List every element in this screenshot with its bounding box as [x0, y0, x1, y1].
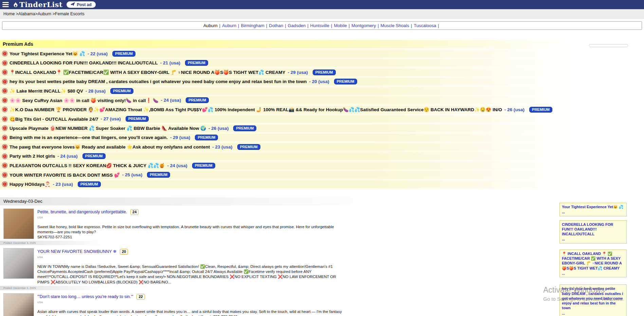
up-arrow-icon	[2, 182, 7, 186]
brand-logo[interactable]: TinderList	[13, 0, 62, 9]
city-current: Auburn	[203, 23, 218, 28]
premium-ad-row[interactable]: Upscale Playmate 👙NEW NUMBER 💦 Super Soa…	[0, 124, 644, 132]
listing-title-link[interactable]: "'Don't stare too long… unless you're re…	[37, 294, 133, 299]
listing-thumbnail[interactable]	[3, 248, 34, 279]
premium-ad-row[interactable]: Party with 2 Hot girls - 24 (usa) PREMIU…	[0, 152, 644, 160]
premium-ad-age: - 29 (usa)	[170, 135, 190, 140]
city-separator: |	[219, 23, 220, 28]
city-link[interactable]: Auburn	[222, 23, 236, 28]
city-link[interactable]: Tuscaloosa	[414, 23, 436, 28]
city-link[interactable]: Dothan	[269, 23, 283, 28]
premium-ad-row[interactable]: 🌸🌸 Sexy CuRvy Asian 🌸🌸 in call 🍑 visitin…	[0, 96, 644, 104]
listing-item: Petite, brunette, and dangerously unforg…	[0, 205, 355, 245]
up-arrow-icon	[2, 117, 7, 121]
listing-country: USA	[37, 256, 345, 259]
sidebar-premium-text[interactable]: CINDERELLA LOOKING FOR FUN!!! OAKLAND!!!…	[562, 222, 624, 237]
age-badge: 24	[130, 209, 139, 215]
sidebar-more-link[interactable]: ...	[562, 237, 624, 241]
listing-country: USA	[37, 301, 345, 304]
posted-date: Posted: December 3, 2025	[0, 241, 355, 245]
premium-ad-age: - 26 (usa)	[208, 126, 228, 131]
city-link[interactable]: Birmingham	[241, 23, 264, 28]
premium-ad-age: - 28 (usa)	[86, 88, 106, 94]
city-link[interactable]: Muscle Shoals	[381, 23, 409, 28]
sidebar-more-link[interactable]: ...	[562, 271, 624, 276]
listing-title-link[interactable]: Petite, brunette, and dangerously unforg…	[37, 210, 127, 214]
sidebar-more-link[interactable]: ...	[562, 210, 624, 214]
listing-description: Sweet like honey, bold like espresso. Pe…	[37, 224, 345, 240]
sidebar-premium-box[interactable]: 📍 INCALL OAKLAND 📍 ✅ FACETIME/CAR ✅ WITH…	[559, 250, 627, 277]
city-link[interactable]: Montgomery	[351, 23, 376, 28]
posted-date: Posted: December 3, 2025	[0, 286, 355, 290]
sidebar-premium-box[interactable]: CINDERELLA LOOKING FOR FUN!!! OAKLAND!!!…	[559, 220, 627, 243]
premium-ad-row[interactable]: 😋Big Tits Girl - OUTCALL Available 24/7 …	[0, 115, 644, 123]
listing-title-link[interactable]: YOUR NEW FAVORITE SNOWBUNNY ❄	[37, 249, 116, 254]
premium-ad-title[interactable]: hey its your best wettes petite baby DRE…	[10, 79, 307, 84]
premium-ad-title[interactable]: Party with 2 Hot girls	[10, 154, 55, 159]
sidebar-premium-text[interactable]: 📍 INCALL OAKLAND 📍 ✅ FACETIME/CAR ✅ WITH…	[562, 251, 624, 271]
sidebar-premium-text[interactable]: hey its your best wettes petite baby DRE…	[562, 286, 624, 310]
premium-ad-age: - 22 (usa)	[88, 51, 108, 56]
city-link[interactable]: Mobile	[334, 23, 347, 28]
menu-icon[interactable]	[2, 2, 9, 7]
premium-badge: PREMIUM	[192, 163, 215, 169]
sidebar-premium-box[interactable]: hey its your best wettes petite baby DRE…	[559, 284, 627, 316]
listing-thumbnail[interactable]	[3, 209, 34, 239]
premium-ad-row[interactable]: CINDERELLA LOOKING FOR FUN!!! OAKLAND!!!…	[0, 59, 644, 67]
premium-ad-row[interactable]: YOUR WINTER FAVORITE IS BACK DONT MISS 💕…	[0, 171, 644, 179]
up-arrow-icon	[2, 144, 7, 149]
premium-badge: PREMIUM	[195, 135, 218, 140]
premium-ad-title[interactable]: Upscale Playmate 👙NEW NUMBER 💦 Super Soa…	[10, 125, 206, 131]
post-ad-label: Post ad	[77, 2, 91, 7]
sidebar-more-link[interactable]: ...	[562, 311, 624, 316]
post-ad-button[interactable]: Post ad	[67, 1, 95, 8]
premium-ad-row[interactable]: 📍INCALL OAKLAND📍 ✅FACETIME/CAR✅ WITH A S…	[0, 68, 644, 76]
brand-name: TinderList	[19, 0, 62, 9]
premium-ad-title[interactable]: CINDERELLA LOOKING FOR FUN!!! OAKLAND!!!…	[10, 60, 158, 65]
up-arrow-icon	[2, 61, 7, 65]
premium-ad-title[interactable]: The pawg that everyone loves🐱 Ready and …	[10, 144, 210, 150]
premium-badge: PREMIUM	[147, 172, 170, 178]
listing-thumbnail[interactable]	[3, 293, 34, 316]
premium-badge: PREMIUM	[78, 181, 101, 187]
premium-ad-age: - 26 (usa)	[504, 107, 525, 112]
premium-ad-title[interactable]: ✨ Lake Merritt INCALL✨ $80 QV	[10, 88, 83, 94]
city-separator: |	[331, 23, 332, 28]
premium-ad-age: - 23 (usa)	[53, 182, 73, 187]
up-arrow-icon	[2, 163, 7, 168]
premium-ad-row[interactable]: PLEASANTON OUTCALLS !! SEXY KOREAN💋 THIC…	[0, 162, 644, 170]
premium-ads-heading: Premium Ads	[0, 40, 644, 48]
city-link[interactable]: Huntsville	[310, 23, 329, 28]
premium-ad-row[interactable]: The pawg that everyone loves🐱 Ready and …	[0, 143, 644, 151]
premium-ad-row[interactable]: ✨ Lake Merritt INCALL✨ $80 QV - 28 (usa)…	[0, 87, 644, 95]
premium-ad-age: - 23 (usa)	[212, 144, 232, 150]
premium-badge: PREMIUM	[233, 125, 256, 131]
premium-ad-title[interactable]: Your Tightest Experience Yet🐱 💦	[10, 51, 85, 56]
breadcrumb-text: Home >Alabama>Auburn >Female Escorts	[3, 12, 85, 16]
premium-ad-row[interactable]: Your Tightest Experience Yet🐱 💦 - 22 (us…	[0, 50, 644, 58]
premium-ad-title[interactable]: Happy HOlidays🎅	[10, 181, 50, 187]
listing-item: YOUR NEW FAVORITE SNOWBUNNY ❄20 USA NEW …	[0, 245, 355, 290]
premium-ad-title[interactable]: PLEASANTON OUTCALLS !! SEXY KOREAN💋 THIC…	[10, 163, 165, 168]
premium-ad-row[interactable]: Being with me is an experience—one that …	[0, 134, 644, 141]
breadcrumb[interactable]: Home >Alabama>Auburn >Female Escorts	[0, 9, 644, 19]
premium-ad-row[interactable]: Happy HOlidays🎅 - 23 (usa) PREMIUM	[0, 180, 644, 188]
city-link[interactable]: Gadsden	[288, 23, 306, 28]
premium-badge: PREMIUM	[185, 60, 208, 66]
sidebar-premium-box[interactable]: Your Tightest Experience Yet🐱 💦 ...	[559, 203, 627, 216]
premium-ad-title[interactable]: YOUR WINTER FAVORITE IS BACK DONT MISS 💕	[10, 172, 120, 178]
sidebar-premium-text[interactable]: Your Tightest Experience Yet🐱 💦	[562, 204, 624, 209]
premium-ad-age: - 24 (usa)	[161, 98, 181, 103]
premium-ad-title[interactable]: 😋Big Tits Girl - OUTCALL Available 24/7	[10, 116, 98, 122]
premium-ad-title[interactable]: Being with me is an experience—one that …	[10, 135, 168, 140]
listing-item: "'Don't stare too long… unless you're re…	[0, 290, 355, 316]
premium-ads-list: Your Tightest Experience Yet🐱 💦 - 22 (us…	[0, 50, 644, 188]
premium-ad-row[interactable]: ✨K.O Daa NUMBER 🏆 PROVIDER 👰✨💕AMAZING Th…	[0, 106, 644, 114]
premium-badge: PREMIUM	[112, 51, 135, 57]
premium-ad-title[interactable]: 🌸🌸 Sexy CuRvy Asian 🌸🌸 in call 🍑 visitin…	[10, 98, 159, 103]
paper-plane-icon	[71, 2, 75, 7]
premium-ad-title[interactable]: 📍INCALL OAKLAND📍 ✅FACETIME/CAR✅ WITH A S…	[10, 70, 285, 75]
premium-ad-row[interactable]: hey its your best wettes petite baby DRE…	[0, 78, 644, 85]
premium-ad-title[interactable]: ✨K.O Daa NUMBER 🏆 PROVIDER 👰✨💕AMAZING Th…	[10, 107, 502, 112]
listing-country: USA	[37, 216, 345, 219]
